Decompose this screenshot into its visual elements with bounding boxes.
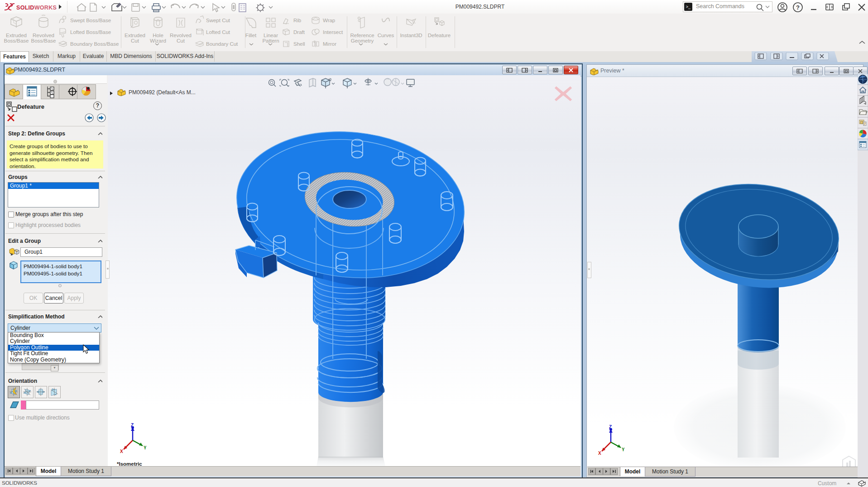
svg-text:X: X xyxy=(598,451,601,456)
svg-text:Y: Y xyxy=(144,445,146,450)
svg-text:SOLIDWORKS: SOLIDWORKS xyxy=(16,5,57,11)
svg-text:Y: Y xyxy=(622,447,624,452)
svg-text:X: X xyxy=(120,449,123,454)
svg-text:?: ? xyxy=(796,4,800,11)
